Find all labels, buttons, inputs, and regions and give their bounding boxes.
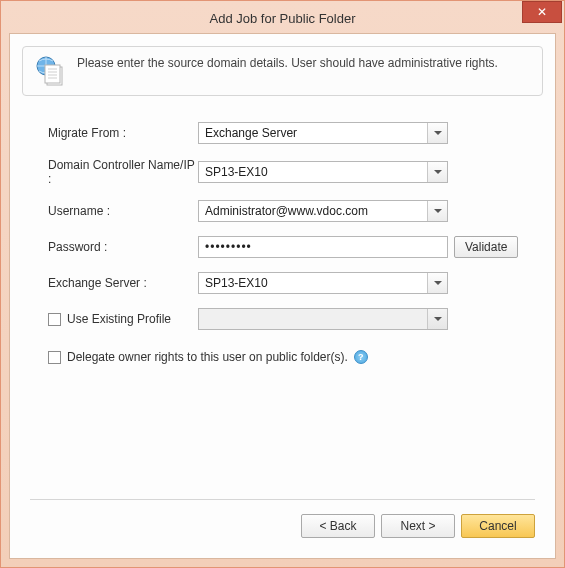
- password-value: •••••••••: [199, 240, 447, 254]
- username-value: Administrator@www.vdoc.com: [199, 204, 427, 218]
- chevron-down-icon: [434, 317, 442, 321]
- chevron-down-icon: [434, 209, 442, 213]
- document-globe-icon: [35, 55, 67, 87]
- migrate-from-select[interactable]: Exchange Server: [198, 122, 448, 144]
- profile-select: [198, 308, 448, 330]
- exchange-server-select[interactable]: SP13-EX10: [198, 272, 448, 294]
- close-icon: ✕: [537, 5, 547, 19]
- help-icon[interactable]: ?: [354, 350, 368, 364]
- window-title: Add Job for Public Folder: [1, 7, 564, 26]
- exchange-server-value: SP13-EX10: [199, 276, 427, 290]
- dialog-content: Please enter the source domain details. …: [9, 33, 556, 559]
- label-domain-controller: Domain Controller Name/IP :: [48, 158, 198, 186]
- back-button[interactable]: < Back: [301, 514, 375, 538]
- chevron-down-icon: [434, 170, 442, 174]
- svg-rect-2: [45, 65, 60, 83]
- chevron-down-icon: [434, 131, 442, 135]
- row-use-profile: Use Existing Profile: [48, 308, 527, 330]
- close-button[interactable]: ✕: [522, 1, 562, 23]
- cancel-button[interactable]: Cancel: [461, 514, 535, 538]
- footer: < Back Next > Cancel: [10, 489, 555, 558]
- label-use-existing-profile: Use Existing Profile: [67, 312, 171, 326]
- label-delegate-rights: Delegate owner rights to this user on pu…: [67, 350, 348, 364]
- label-exchange-server: Exchange Server :: [48, 276, 198, 290]
- row-domain-controller: Domain Controller Name/IP : SP13-EX10: [48, 158, 527, 186]
- intro-text: Please enter the source domain details. …: [77, 55, 498, 71]
- exchange-server-drop[interactable]: [427, 273, 447, 293]
- migrate-from-drop[interactable]: [427, 123, 447, 143]
- dialog-window: Add Job for Public Folder ✕ Please enter…: [0, 0, 565, 568]
- profile-drop: [427, 309, 447, 329]
- row-delegate: Delegate owner rights to this user on pu…: [48, 350, 527, 364]
- form-area: Migrate From : Exchange Server Domain Co…: [10, 96, 555, 378]
- domain-controller-select[interactable]: SP13-EX10: [198, 161, 448, 183]
- footer-buttons: < Back Next > Cancel: [30, 514, 535, 538]
- username-drop[interactable]: [427, 201, 447, 221]
- label-migrate-from: Migrate From :: [48, 126, 198, 140]
- migrate-from-value: Exchange Server: [199, 126, 427, 140]
- chevron-down-icon: [434, 281, 442, 285]
- titlebar: Add Job for Public Folder ✕: [1, 1, 564, 31]
- footer-separator: [30, 499, 535, 500]
- intro-panel: Please enter the source domain details. …: [22, 46, 543, 96]
- username-select[interactable]: Administrator@www.vdoc.com: [198, 200, 448, 222]
- label-username: Username :: [48, 204, 198, 218]
- row-username: Username : Administrator@www.vdoc.com: [48, 200, 527, 222]
- delegate-rights-checkbox[interactable]: [48, 351, 61, 364]
- validate-button[interactable]: Validate: [454, 236, 518, 258]
- next-button[interactable]: Next >: [381, 514, 455, 538]
- domain-controller-value: SP13-EX10: [199, 165, 427, 179]
- domain-controller-drop[interactable]: [427, 162, 447, 182]
- row-migrate-from: Migrate From : Exchange Server: [48, 122, 527, 144]
- label-password: Password :: [48, 240, 198, 254]
- password-input[interactable]: •••••••••: [198, 236, 448, 258]
- use-existing-profile-checkbox[interactable]: [48, 313, 61, 326]
- row-password: Password : ••••••••• Validate: [48, 236, 527, 258]
- row-exchange-server: Exchange Server : SP13-EX10: [48, 272, 527, 294]
